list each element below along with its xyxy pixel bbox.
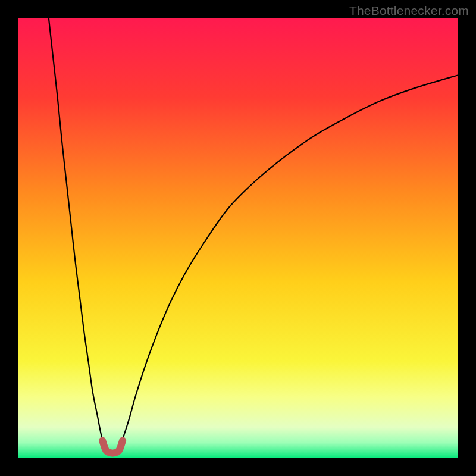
curve-right: [119, 75, 458, 449]
watermark-text: TheBottlenecker.com: [349, 4, 469, 18]
bottom-marker: [102, 440, 123, 453]
curve-layer: [18, 18, 458, 458]
plot-area: [18, 18, 458, 458]
curve-left: [49, 18, 106, 449]
chart-frame: TheBottlenecker.com: [0, 0, 476, 476]
